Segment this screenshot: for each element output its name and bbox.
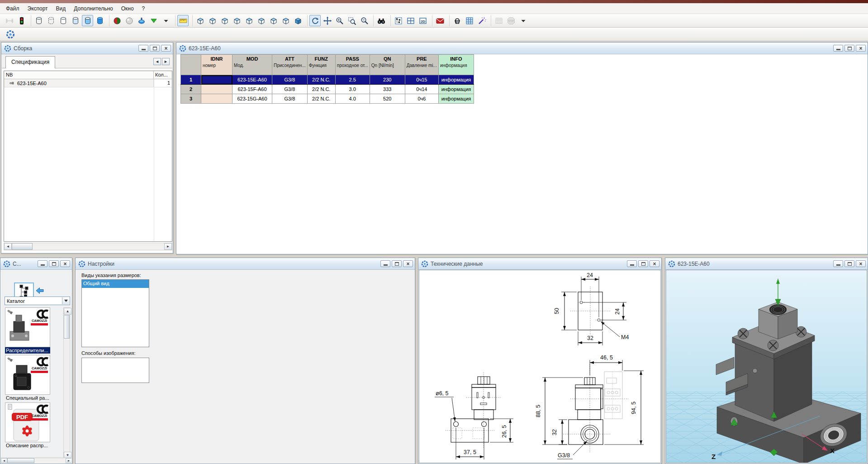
app-logo-icon[interactable] (5, 29, 16, 40)
table-grid-icon[interactable] (464, 15, 475, 26)
hidden-lines-cylinder-icon[interactable] (45, 15, 57, 26)
catalog-item[interactable]: CAMOZZIРаспределители... (5, 307, 50, 354)
parts-column-header-FUNZ[interactable]: FUNZФункция (307, 55, 335, 75)
light-icon[interactable] (136, 15, 147, 26)
render-quality-icon[interactable] (148, 15, 159, 26)
close-button[interactable]: × (650, 260, 659, 267)
combobox-dropdown-arrow[interactable] (62, 297, 69, 304)
view-cube-back-icon[interactable] (207, 15, 218, 26)
column-header-qty[interactable]: Кол... (154, 71, 172, 79)
minimize-button[interactable] (380, 260, 390, 267)
maximize-button[interactable] (49, 260, 59, 267)
menu-file[interactable]: Файл (2, 4, 24, 13)
parts-table-row[interactable]: 2623-15F-A60G3/82/2 N.C.3.03330ч14информ… (181, 85, 474, 94)
tab-specification[interactable]: Спецификация (5, 56, 55, 68)
toolbar-more-dropdown[interactable] (517, 15, 529, 26)
scroll-right-arrow[interactable]: ► (164, 243, 172, 250)
view-list-item[interactable]: Общий вид (82, 280, 149, 288)
parts-column-header-ATT[interactable]: ATTПрисоединен... (272, 55, 308, 75)
catalog-hscrollbar[interactable]: ◄ ► (1, 458, 71, 463)
rotate-view-icon[interactable] (309, 15, 321, 26)
view-cube-bottom-icon[interactable] (256, 15, 267, 26)
traffic-light-icon[interactable] (16, 15, 27, 26)
minimize-button[interactable] (38, 260, 47, 267)
view-cube-iso-icon[interactable] (268, 15, 279, 26)
assembly-titlebar[interactable]: Сборка × (1, 43, 173, 54)
scroll-right-arrow[interactable]: ► (66, 458, 71, 463)
mail-export-icon[interactable] (434, 15, 446, 26)
catalog-combobox[interactable]: Каталог (5, 297, 70, 305)
catalog-item[interactable]: CAMOZZIСпециальный ра... (5, 355, 50, 401)
minimize-button[interactable] (833, 260, 843, 267)
column-header-nb[interactable]: NB (4, 71, 154, 79)
techdata-titlebar[interactable]: Технические данные × (418, 258, 661, 270)
view-cube-right-icon[interactable] (231, 15, 242, 26)
parts-column-header-IDNR[interactable]: IDNRномер (201, 55, 232, 75)
maximize-button[interactable] (638, 260, 648, 267)
catalog-item-thumbnail[interactable]: CAMOZZI (5, 355, 50, 395)
view-cube-front-icon[interactable] (194, 15, 206, 26)
back-arrow-icon[interactable] (35, 286, 44, 295)
parts-column-header-QN[interactable]: QNQn [Nl/min] (370, 55, 405, 75)
catalog-item-thumbnail[interactable]: CAMOZZI (5, 307, 50, 347)
parts-column-header-INFO[interactable]: INFOинформация (438, 55, 474, 75)
view-cube-top-icon[interactable] (243, 15, 255, 26)
menu-extras[interactable]: Дополнительно (70, 4, 117, 13)
render-dropdown-arrow[interactable] (160, 15, 171, 26)
assembly-hscrollbar[interactable]: ◄ ► (4, 243, 172, 250)
menu-view[interactable]: Вид (52, 4, 70, 13)
measure-icon[interactable] (177, 15, 189, 26)
minimize-button[interactable] (627, 260, 637, 267)
close-button[interactable]: × (856, 260, 866, 267)
minimize-button[interactable] (833, 45, 843, 52)
material-sphere-icon[interactable] (111, 15, 123, 26)
search-binoculars-icon[interactable] (375, 15, 387, 26)
tab-scroll-right-button[interactable]: ► (162, 58, 170, 65)
wireframe-cylinder-icon[interactable] (33, 15, 44, 26)
scroll-thumb[interactable] (64, 315, 70, 339)
maximize-button[interactable] (844, 260, 854, 267)
catalog-item[interactable]: PDFCAMOZZIОписание распр... (5, 402, 50, 449)
dimension-views-listbox[interactable]: Общий вид (81, 279, 149, 347)
zoom-window-icon[interactable] (346, 15, 357, 26)
2d-view-icon[interactable] (417, 15, 428, 26)
view-cube-iso2-icon[interactable] (280, 15, 291, 26)
maximize-button[interactable] (392, 260, 402, 267)
view-shaded-cube-icon[interactable] (292, 15, 304, 26)
minimize-button[interactable] (138, 45, 148, 52)
parts-column-header-PASS[interactable]: PASSпроходное от... (335, 55, 370, 75)
menu-export[interactable]: Экспорт (24, 4, 52, 13)
display-modes-listbox[interactable] (81, 358, 149, 383)
close-button[interactable]: × (856, 45, 866, 52)
settings-titlebar[interactable]: Настройки × (76, 258, 415, 270)
structure-tree-icon[interactable] (393, 15, 404, 26)
scroll-left-arrow[interactable]: ◄ (1, 458, 7, 463)
assembly-row[interactable]: 623-15E-A601 (4, 79, 172, 87)
scroll-up-arrow[interactable]: ▲ (64, 308, 71, 315)
parts-table-row[interactable]: 3623-15G-A60G3/82/2 N.C.4.05200ч6информа… (181, 94, 474, 104)
zoom-out-icon[interactable] (358, 15, 370, 26)
viewer-titlebar[interactable]: 623-15E-A60 × (665, 258, 868, 270)
transparency-sphere-icon[interactable] (123, 15, 135, 26)
zoom-drag-icon[interactable] (334, 15, 345, 26)
catalog-item-label[interactable]: Специальный ра... (5, 395, 50, 401)
scroll-left-arrow[interactable]: ◄ (4, 243, 12, 250)
menu-window[interactable]: Окно (117, 4, 138, 13)
basket-icon[interactable] (451, 15, 463, 26)
3d-viewport[interactable]: Z X (666, 270, 867, 463)
shaded-cylinder-icon[interactable] (94, 15, 105, 26)
scroll-thumb[interactable] (12, 243, 33, 250)
four-views-icon[interactable] (405, 15, 416, 26)
parts-column-header-PRE[interactable]: PREДавление mi... (405, 55, 438, 75)
parts-column-header-row[interactable] (181, 55, 201, 75)
parts-titlebar[interactable]: 623-15E-A60 × (176, 43, 868, 54)
maximize-button[interactable] (150, 45, 160, 52)
menu-help[interactable]: ? (138, 4, 149, 13)
close-button[interactable]: × (161, 45, 171, 52)
halfshade-cylinder-icon[interactable] (70, 15, 81, 26)
maximize-button[interactable] (844, 45, 854, 52)
close-button[interactable]: × (403, 260, 413, 267)
catalog-titlebar[interactable]: С... × (0, 258, 72, 270)
parts-column-header-MOD[interactable]: MODМод. (232, 55, 272, 75)
tab-scroll-left-button[interactable]: ◄ (153, 58, 161, 65)
